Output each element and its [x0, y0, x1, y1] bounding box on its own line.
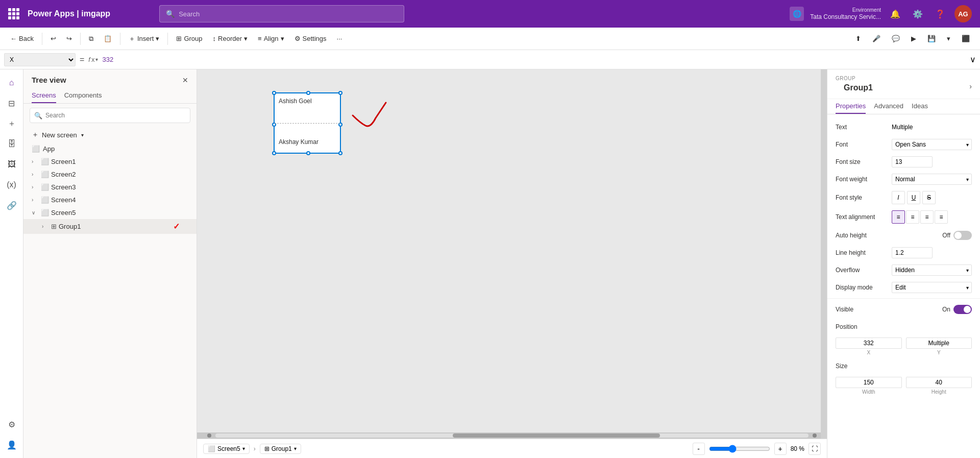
rail-media-icon[interactable]: 🖼 [3, 155, 21, 174]
align-left-button[interactable]: ≡ [892, 210, 905, 224]
auto-height-toggle-track[interactable] [953, 231, 972, 240]
handle-tl[interactable] [272, 91, 276, 95]
formula-expand-icon[interactable]: ∨ [970, 55, 976, 64]
global-search-input[interactable] [179, 10, 398, 18]
rail-settings-icon[interactable]: ⚙ [3, 415, 21, 433]
pos-y-input[interactable] [906, 338, 972, 349]
tree-item-screen1[interactable]: › ⬜ Screen1 [23, 155, 197, 168]
chevron-icon: › [32, 197, 39, 203]
global-search[interactable]: 🔍 [159, 5, 404, 22]
display-mode-select[interactable]: Edit View [892, 282, 972, 293]
rail-insert-icon[interactable]: ＋ [3, 114, 21, 133]
tab-screens[interactable]: Screens [32, 88, 56, 103]
handle-bl[interactable] [272, 151, 276, 155]
user-avatar[interactable]: AG [954, 5, 972, 22]
size-width-input[interactable] [836, 377, 902, 388]
undo-button[interactable]: ↩ [46, 33, 60, 44]
back-button[interactable]: ← Back [6, 33, 38, 44]
more-button[interactable]: ··· [333, 33, 347, 44]
strikethrough-button[interactable]: S [922, 191, 936, 204]
group-button[interactable]: ⊞ Group [172, 33, 206, 44]
tree-app-item[interactable]: ⬜ App [23, 142, 197, 155]
rail-user-icon[interactable]: 👤 [3, 436, 21, 454]
redo-button[interactable]: ↪ [62, 33, 76, 44]
mic-button[interactable]: 🎤 [868, 33, 885, 44]
font-size-input[interactable] [892, 156, 933, 167]
group1-badge[interactable]: ⊞ Group1 ▾ [260, 444, 301, 454]
reorder-button[interactable]: ↕ Reorder ▾ [209, 33, 252, 44]
tree-item-screen3[interactable]: › ⬜ Screen3 [23, 181, 197, 194]
tab-advanced[interactable]: Advanced [874, 99, 903, 114]
share-button[interactable]: ⬆ [851, 33, 865, 44]
tree-search-input[interactable] [45, 112, 186, 119]
align-right-button[interactable]: ≡ [920, 210, 934, 224]
icon-rail: ⌂ ⊟ ＋ 🗄 🖼 (x) 🔗 ⚙ 👤 [0, 69, 23, 458]
align-justify-button[interactable]: ≡ [935, 210, 948, 224]
handle-br[interactable] [338, 151, 342, 155]
handle-bc[interactable] [306, 151, 310, 155]
rail-layers-icon[interactable]: ⊟ [3, 94, 21, 112]
publish-button[interactable]: ⬛ [958, 33, 974, 44]
visible-toggle-thumb [964, 306, 971, 313]
zoom-minus-button[interactable]: - [693, 443, 705, 455]
rail-connect-icon[interactable]: 🔗 [3, 196, 21, 214]
canvas-scrollbar-h[interactable] [197, 432, 827, 439]
tree-search-box[interactable]: 🔍 [30, 108, 190, 123]
new-screen-button[interactable]: ＋ New screen ▾ [23, 127, 197, 142]
font-weight-select[interactable]: Normal Bold [892, 174, 972, 185]
props-expand-icon[interactable]: › [969, 82, 972, 90]
paste-button[interactable]: 📋 [100, 33, 116, 44]
rail-data-icon[interactable]: 🗄 [3, 135, 21, 153]
scroll-left-arrow[interactable] [207, 433, 211, 438]
tree-item-screen4[interactable]: › ⬜ Screen4 [23, 194, 197, 206]
property-selector[interactable]: X [4, 53, 76, 66]
tab-ideas[interactable]: Ideas [912, 99, 928, 114]
insert-button[interactable]: ＋ Insert ▾ [125, 32, 164, 45]
save-chevron[interactable]: ▾ [943, 33, 954, 44]
prop-position-label: Position [836, 323, 892, 330]
tree-close-icon[interactable]: ✕ [182, 76, 188, 84]
prop-text-align: Text alignment ≡ ≡ ≡ ≡ [827, 207, 980, 227]
canvas-group-element[interactable]: Ashish Goel Akshay Kumar [274, 92, 341, 154]
font-select[interactable]: Open Sans [892, 139, 972, 150]
copy-button[interactable]: ⧉ [85, 33, 97, 45]
size-height-input[interactable] [906, 377, 972, 388]
pos-x-input[interactable] [836, 338, 902, 349]
visible-toggle-track[interactable] [953, 305, 972, 314]
handle-tr[interactable] [338, 91, 342, 95]
align-button[interactable]: ≡ Align ▾ [254, 33, 288, 44]
app-grid-icon[interactable] [8, 8, 19, 19]
tree-item-screen5[interactable]: ∨ ⬜ Screen5 [23, 206, 197, 219]
comment-button[interactable]: 💬 [888, 33, 904, 44]
underline-button[interactable]: U [907, 191, 920, 204]
zoom-plus-button[interactable]: + [774, 443, 787, 455]
fullscreen-button[interactable]: ⛶ [808, 443, 821, 455]
rail-variable-icon[interactable]: (x) [3, 176, 21, 194]
align-center-button[interactable]: ≡ [906, 210, 919, 224]
zoom-slider[interactable] [709, 445, 770, 453]
scroll-right-arrow[interactable] [813, 433, 817, 438]
canvas-bottom-bar: ⬜ Screen5 ▾ › ⊞ Group1 ▾ - + 80 % ⛶ [197, 439, 827, 458]
play-button[interactable]: ▶ [907, 33, 920, 44]
settings-icon[interactable]: ⚙️ [910, 6, 926, 22]
italic-button[interactable]: I [892, 191, 905, 204]
overflow-select[interactable]: Hidden Scroll [892, 264, 972, 276]
line-height-input[interactable] [892, 247, 933, 258]
notifications-icon[interactable]: 🔔 [887, 6, 903, 22]
prop-font-style-label: Font style [836, 194, 892, 201]
tree-item-group1[interactable]: › ⊞ Group1 ✓ ··· [23, 219, 197, 234]
tab-properties[interactable]: Properties [836, 99, 866, 114]
screen5-badge[interactable]: ⬜ Screen5 ▾ [203, 444, 250, 454]
save-button[interactable]: 💾 [923, 33, 940, 44]
canvas-scroll[interactable]: Ashish Goel Akshay Kumar [197, 69, 827, 432]
handle-tc[interactable] [306, 91, 310, 95]
tree-item-screen2[interactable]: › ⬜ Screen2 [23, 168, 197, 181]
tab-components[interactable]: Components [64, 88, 102, 103]
scrollbar-thumb[interactable] [453, 433, 660, 438]
settings-button[interactable]: ⚙ Settings [290, 33, 331, 44]
rail-home-icon[interactable]: ⌂ [3, 74, 21, 92]
canvas-scrollbar-v[interactable] [821, 69, 827, 439]
scrollbar-track[interactable] [215, 433, 808, 438]
help-icon[interactable]: ❓ [932, 6, 948, 22]
prop-size-inputs: Width Height [827, 375, 980, 397]
